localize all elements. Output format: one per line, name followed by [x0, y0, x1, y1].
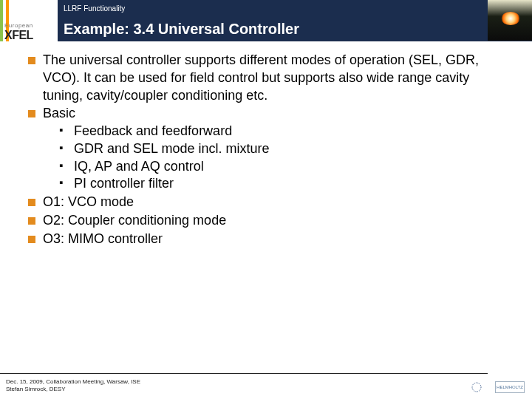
stripe-green	[0, 0, 3, 41]
sub-list: Feedback and feedforward GDR and SEL mod…	[43, 123, 510, 193]
sub-list-item: PI controller filter	[59, 175, 510, 193]
svg-point-0	[472, 383, 481, 392]
list-item: O1: VCO mode	[28, 194, 510, 211]
glow-icon	[501, 12, 520, 25]
footer-divider	[0, 373, 488, 374]
footer-text: Dec. 15, 2009, Collaboration Meeting, Wa…	[6, 378, 140, 393]
partner-logo-icon	[468, 381, 485, 393]
sub-list-item: IQ, AP and AQ control	[59, 158, 510, 176]
list-item: O2: Coupler conditioning mode	[28, 212, 510, 230]
footer-line2: Stefan Simrock, DESY	[6, 386, 140, 393]
helmholtz-logo: HELMHOLTZ	[495, 381, 525, 393]
bullet-text: O1: VCO mode	[43, 194, 134, 209]
footer-logos: HELMHOLTZ	[468, 381, 525, 393]
bullet-text: O2: Coupler conditioning mode	[43, 213, 226, 228]
list-item: Basic Feedback and feedforward GDR and S…	[28, 105, 510, 193]
xfel-logo: European XFEL	[4, 22, 58, 40]
bullet-list: The universal controller supports differ…	[28, 52, 510, 248]
footer-line1: Dec. 15, 2009, Collaboration Meeting, Wa…	[6, 378, 140, 386]
list-item: O3: MIMO controller	[28, 231, 510, 248]
bullet-text: The universal controller supports differ…	[43, 52, 479, 103]
list-item: The universal controller supports differ…	[28, 52, 510, 104]
logo-main-text: XFEL	[4, 29, 58, 42]
header-bar: LLRF Functionality Example: 3.4 Universa…	[0, 0, 532, 41]
bullet-text: Basic	[43, 106, 75, 120]
header-thumbnail	[488, 0, 532, 41]
content-area: The universal controller supports differ…	[28, 52, 510, 359]
bullet-text: O3: MIMO controller	[43, 231, 163, 246]
sub-list-item: GDR and SEL mode incl. mixture	[59, 140, 510, 158]
breadcrumb: LLRF Functionality	[64, 4, 125, 13]
logo-upper-text: European	[4, 22, 58, 29]
sub-list-item: Feedback and feedforward	[59, 123, 510, 140]
page-title: Example: 3.4 Universal Controller	[64, 21, 299, 38]
